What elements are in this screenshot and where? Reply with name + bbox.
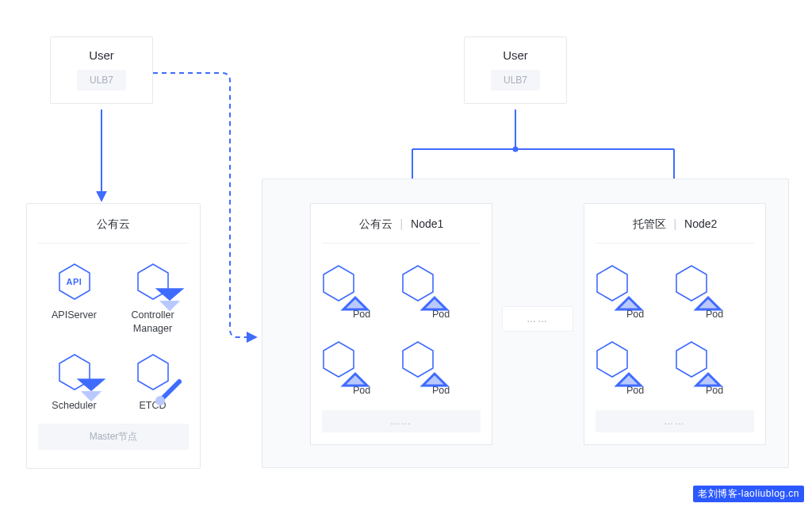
pod-icon — [596, 264, 629, 302]
node2-title-left: 托管区 — [633, 217, 666, 230]
apiserver-component: API APIServer — [38, 263, 110, 336]
node1-box: 公有云 | Node1 Pod Pod — [310, 203, 492, 445]
node2-title: 托管区 | Node2 — [596, 204, 754, 244]
between-nodes-ellipsis: …… — [502, 306, 573, 332]
ulb7-badge-left: ULB7 — [77, 70, 126, 90]
node1-title-right: Node1 — [411, 217, 443, 230]
user-left-box: User ULB7 — [50, 36, 153, 104]
node1-ellipsis: …… — [322, 410, 481, 432]
svg-point-5 — [155, 396, 165, 405]
title-separator: | — [400, 217, 404, 230]
pod-icon — [596, 340, 629, 378]
pod-icon — [322, 264, 355, 302]
apiserver-label: APIServer — [38, 309, 110, 322]
master-title: 公有云 — [38, 204, 189, 244]
pod-item: Pod — [322, 264, 401, 320]
user-right-title: User — [473, 48, 558, 62]
pod-item: Pod — [675, 340, 754, 396]
pod-item: Pod — [322, 340, 401, 396]
pod-item: Pod — [675, 264, 754, 320]
watermark: 老刘博客-laoliublog.cn — [693, 486, 804, 502]
pod-item: Pod — [596, 264, 675, 320]
title-separator: | — [674, 217, 677, 230]
node1-title: 公有云 | Node1 — [322, 204, 481, 244]
user-left-title: User — [59, 48, 144, 62]
node1-title-left: 公有云 — [359, 217, 393, 230]
api-icon: API — [58, 263, 91, 301]
controller-icon — [136, 263, 170, 301]
pod-icon — [401, 264, 435, 302]
etcd-icon — [136, 353, 170, 391]
scheduler-icon — [58, 353, 91, 391]
ulb7-badge-right: ULB7 — [491, 70, 540, 90]
pod-icon — [675, 340, 708, 378]
pod-icon — [401, 340, 435, 378]
etcd-component: ETCD — [117, 353, 189, 413]
controller-component: Controller Manager — [117, 263, 189, 336]
node2-title-right: Node2 — [684, 217, 717, 230]
master-box: 公有云 API APIServer Controller Manager Sch… — [26, 203, 201, 469]
user-right-box: User ULB7 — [464, 36, 567, 104]
node2-ellipsis: …… — [596, 410, 754, 432]
pod-item: Pod — [401, 264, 481, 320]
master-footer: Master节点 — [38, 424, 189, 450]
pod-item: Pod — [596, 340, 675, 396]
master-components: API APIServer Controller Manager Schedul… — [38, 244, 189, 413]
svg-point-0 — [513, 147, 519, 152]
pod-item: Pod — [401, 340, 481, 396]
pod-icon — [322, 340, 355, 378]
pod-icon — [675, 264, 708, 302]
node2-pod-grid: Pod Pod Pod Po — [596, 244, 754, 396]
scheduler-component: Scheduler — [38, 353, 110, 413]
cluster-box: 公有云 | Node1 Pod Pod — [262, 179, 789, 468]
node1-pod-grid: Pod Pod Pod Po — [322, 244, 481, 396]
node2-box: 托管区 | Node2 Pod Pod — [584, 203, 766, 445]
